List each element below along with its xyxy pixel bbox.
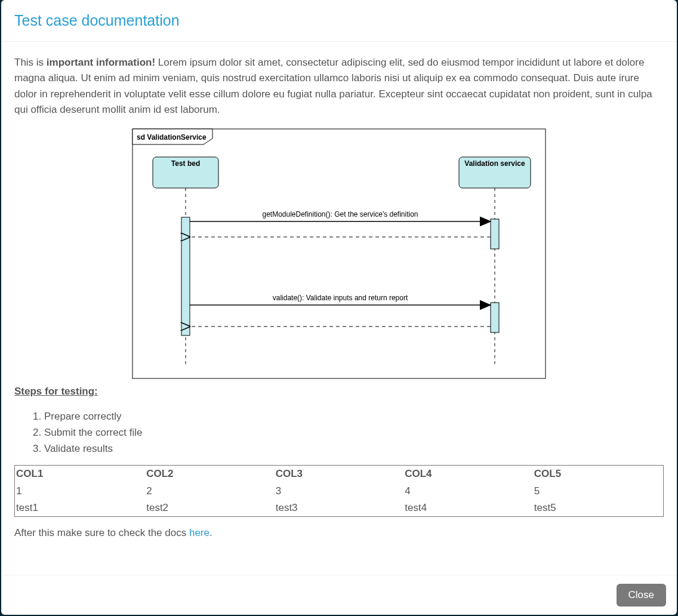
diagram-msg2: validate(): Validate inputs and return r… xyxy=(273,294,408,302)
intro-paragraph: This is important information! Lorem ips… xyxy=(14,55,664,118)
diagram-msg1: getModuleDefinition(): Get the service's… xyxy=(262,210,418,218)
close-button[interactable]: Close xyxy=(617,584,666,606)
participant-left: Test bed xyxy=(171,159,200,168)
modal-body: This is important information! Lorem ips… xyxy=(1,42,677,575)
participant-right: Validation service xyxy=(464,159,525,168)
modal-title: Test case documentation xyxy=(14,12,664,29)
steps-heading: Steps for testing: xyxy=(14,384,664,399)
modal-footer: Close xyxy=(1,575,677,615)
step-item: Prepare correctly xyxy=(44,408,664,424)
sequence-diagram-svg: sd ValidationService Test bed Validation… xyxy=(132,128,546,379)
table-header: COL4 xyxy=(403,466,533,483)
table-header: COL1 xyxy=(15,466,146,483)
after-prefix: After this make sure to check the docs xyxy=(14,527,189,538)
table-row: 1 2 3 4 5 xyxy=(15,483,664,500)
table-row: test1 test2 test3 test4 test5 xyxy=(15,500,664,517)
documentation-modal: Test case documentation This is importan… xyxy=(1,0,677,615)
step-item: Validate results xyxy=(44,441,664,457)
intro-strong: important information! xyxy=(47,57,155,68)
svg-rect-9 xyxy=(491,303,499,332)
after-suffix: . xyxy=(209,527,212,538)
docs-link[interactable]: here xyxy=(189,527,209,538)
svg-rect-5 xyxy=(181,217,190,335)
after-note: After this make sure to check the docs h… xyxy=(14,525,664,541)
doc-table: COL1 COL2 COL3 COL4 COL5 1 2 3 4 5 test1 xyxy=(14,465,664,517)
diagram-frame-label: sd ValidationService xyxy=(137,133,207,141)
step-item: Submit the correct file xyxy=(44,424,664,441)
intro-prefix: This is xyxy=(14,57,47,68)
steps-list: Prepare correctly Submit the correct fil… xyxy=(44,408,664,457)
table-header: COL5 xyxy=(533,466,664,483)
table-header: COL2 xyxy=(145,466,275,483)
svg-rect-6 xyxy=(491,219,499,249)
sequence-diagram: sd ValidationService Test bed Validation… xyxy=(14,128,664,379)
modal-header: Test case documentation xyxy=(1,0,677,42)
table-header: COL3 xyxy=(275,466,404,483)
